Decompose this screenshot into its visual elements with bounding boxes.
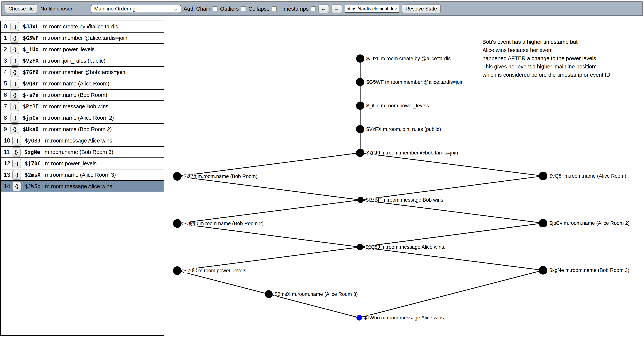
dag-node-label: $yQ8J m.room.message Alice wins. [366, 244, 446, 250]
annotation-note: Bob's event has a higher timestamp butAl… [482, 38, 612, 79]
dag-node[interactable] [357, 197, 364, 203]
dag-node[interactable] [356, 78, 364, 86]
dag-node-label: $vQ8r m.room.name (Alice Room) [550, 173, 626, 179]
dag-node-label: $JJxL m.room.create by @alice:tardis [366, 56, 451, 61]
dag-edge [177, 224, 360, 247]
dag-node[interactable] [265, 290, 273, 298]
dag-node-label: $j70C m.room.power_levels [184, 268, 246, 274]
dag-node[interactable] [173, 219, 182, 228]
dag-node-label: $G5WF m.room.member @alice:tardis=join [366, 79, 464, 85]
dag-edge [177, 247, 360, 270]
dag-node-label: $xgNe m.room.name (Bob Room 3) [550, 268, 630, 273]
dag-edge [360, 247, 543, 270]
dag-node-label: $7Gf9 m.room.member @bob:tardis=join [366, 150, 458, 156]
annotation-line: Alice wins because her event [482, 46, 612, 54]
dag-node[interactable] [173, 172, 182, 181]
dag-node[interactable] [356, 315, 362, 320]
dag-edge [269, 294, 359, 318]
dag-node-label: $-s7n m.room.name (Bob Room) [184, 174, 258, 179]
annotation-line: This gives her event a higher 'mainline … [482, 62, 612, 71]
dag-edge [360, 176, 543, 200]
dag-node-label: $VzFX m.room.join_rules (public) [366, 126, 441, 132]
dag-edge [360, 153, 543, 176]
dag-node-label: $PzBF m.room.message Bob wins. [366, 197, 445, 203]
dag-node[interactable] [173, 266, 182, 275]
dag-edge [177, 153, 360, 176]
dag-node-label: $jpCv m.room.name (Alice Room 2) [550, 220, 630, 226]
dag-edge [359, 270, 543, 318]
dag-node[interactable] [539, 219, 547, 228]
dag-node[interactable] [539, 172, 547, 180]
dag-node[interactable] [356, 102, 364, 110]
dag-node-label: $JW5o m.room.message Alice wins. [364, 315, 445, 320]
dag-edge [360, 200, 543, 223]
dag-node[interactable] [356, 54, 364, 63]
dag-edge [177, 270, 269, 294]
dag-node[interactable] [356, 125, 364, 133]
annotation-line: which is considered before the timestamp… [482, 71, 612, 79]
dag-node-label: $Uka0 m.room.name (Bob Room 2) [184, 221, 264, 226]
dag-edge [360, 223, 543, 247]
dag-edge [177, 176, 360, 200]
dag-node-label: $_iUo m.room.power_levels [366, 103, 429, 108]
dag-node[interactable] [356, 149, 364, 157]
dag-edge [177, 200, 360, 224]
dag-node[interactable] [357, 244, 363, 250]
annotation-line: Bob's event has a higher timestamp but [482, 38, 612, 46]
dag-node[interactable] [539, 266, 547, 274]
annotation-line: happened AFTER a change to the power lev… [482, 54, 612, 62]
dag-node-label: $2msX m.room.name (Alice Room 3) [275, 291, 358, 297]
